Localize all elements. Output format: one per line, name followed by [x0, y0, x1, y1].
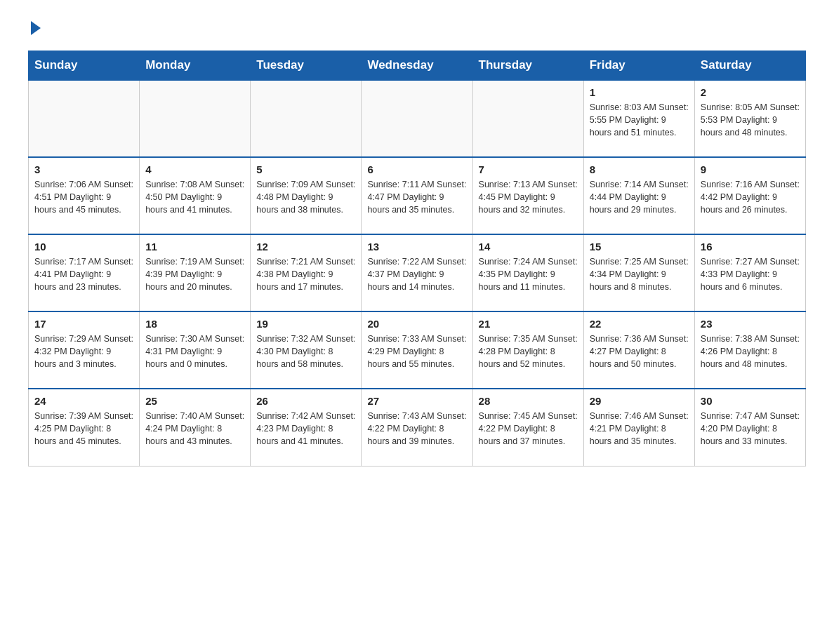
calendar-cell: 15Sunrise: 7:25 AM Sunset: 4:34 PM Dayli… — [583, 234, 694, 311]
day-number: 11 — [145, 241, 244, 253]
day-info: Sunrise: 7:29 AM Sunset: 4:32 PM Dayligh… — [34, 333, 133, 370]
day-number: 12 — [256, 241, 355, 253]
calendar-cell: 25Sunrise: 7:40 AM Sunset: 4:24 PM Dayli… — [140, 389, 251, 466]
day-number: 3 — [34, 163, 133, 175]
day-number: 24 — [34, 395, 133, 407]
logo-blue-row — [28, 21, 41, 36]
day-info: Sunrise: 7:43 AM Sunset: 4:22 PM Dayligh… — [367, 410, 466, 448]
day-of-week-saturday: Saturday — [694, 51, 805, 81]
calendar-week-3: 10Sunrise: 7:17 AM Sunset: 4:41 PM Dayli… — [29, 234, 806, 311]
day-of-week-wednesday: Wednesday — [362, 51, 472, 81]
day-number: 5 — [256, 163, 355, 175]
calendar-cell: 22Sunrise: 7:36 AM Sunset: 4:27 PM Dayli… — [583, 311, 694, 389]
day-number: 18 — [145, 318, 244, 330]
calendar-cell: 12Sunrise: 7:21 AM Sunset: 4:38 PM Dayli… — [251, 234, 362, 311]
day-info: Sunrise: 7:19 AM Sunset: 4:39 PM Dayligh… — [145, 255, 244, 293]
day-number: 4 — [145, 163, 244, 175]
calendar-cell: 28Sunrise: 7:45 AM Sunset: 4:22 PM Dayli… — [472, 389, 583, 466]
day-info: Sunrise: 7:33 AM Sunset: 4:29 PM Dayligh… — [367, 333, 466, 370]
calendar-table: SundayMondayTuesdayWednesdayThursdayFrid… — [28, 51, 806, 467]
day-of-week-sunday: Sunday — [29, 51, 140, 81]
day-info: Sunrise: 7:36 AM Sunset: 4:27 PM Dayligh… — [590, 333, 689, 370]
calendar-cell: 7Sunrise: 7:13 AM Sunset: 4:45 PM Daylig… — [472, 157, 583, 234]
day-number: 22 — [590, 318, 689, 330]
day-info: Sunrise: 7:22 AM Sunset: 4:37 PM Dayligh… — [367, 255, 466, 293]
day-number: 15 — [590, 241, 689, 253]
logo — [28, 21, 41, 36]
calendar-cell: 16Sunrise: 7:27 AM Sunset: 4:33 PM Dayli… — [694, 234, 805, 311]
day-of-week-tuesday: Tuesday — [251, 51, 362, 81]
day-info: Sunrise: 7:39 AM Sunset: 4:25 PM Dayligh… — [34, 410, 133, 448]
calendar-cell: 29Sunrise: 7:46 AM Sunset: 4:21 PM Dayli… — [583, 389, 694, 466]
calendar-cell: 3Sunrise: 7:06 AM Sunset: 4:51 PM Daylig… — [29, 157, 140, 234]
calendar-week-5: 24Sunrise: 7:39 AM Sunset: 4:25 PM Dayli… — [29, 389, 806, 466]
calendar-cell: 8Sunrise: 7:14 AM Sunset: 4:44 PM Daylig… — [583, 157, 694, 234]
day-info: Sunrise: 7:47 AM Sunset: 4:20 PM Dayligh… — [701, 410, 800, 448]
day-info: Sunrise: 7:45 AM Sunset: 4:22 PM Dayligh… — [479, 410, 578, 448]
day-info: Sunrise: 7:24 AM Sunset: 4:35 PM Dayligh… — [479, 255, 578, 293]
calendar-cell: 6Sunrise: 7:11 AM Sunset: 4:47 PM Daylig… — [362, 157, 472, 234]
day-info: Sunrise: 7:21 AM Sunset: 4:38 PM Dayligh… — [256, 255, 355, 293]
calendar-cell — [251, 80, 362, 157]
day-number: 29 — [590, 395, 689, 407]
day-number: 27 — [367, 395, 466, 407]
calendar-cell: 17Sunrise: 7:29 AM Sunset: 4:32 PM Dayli… — [29, 311, 140, 389]
day-number: 6 — [367, 163, 466, 175]
day-info: Sunrise: 7:35 AM Sunset: 4:28 PM Dayligh… — [479, 333, 578, 370]
calendar-cell: 2Sunrise: 8:05 AM Sunset: 5:53 PM Daylig… — [694, 80, 805, 157]
day-info: Sunrise: 7:16 AM Sunset: 4:42 PM Dayligh… — [701, 178, 800, 216]
calendar-cell: 19Sunrise: 7:32 AM Sunset: 4:30 PM Dayli… — [251, 311, 362, 389]
calendar-cell: 18Sunrise: 7:30 AM Sunset: 4:31 PM Dayli… — [140, 311, 251, 389]
calendar-cell: 23Sunrise: 7:38 AM Sunset: 4:26 PM Dayli… — [694, 311, 805, 389]
calendar-cell: 10Sunrise: 7:17 AM Sunset: 4:41 PM Dayli… — [29, 234, 140, 311]
calendar-week-1: 1Sunrise: 8:03 AM Sunset: 5:55 PM Daylig… — [29, 80, 806, 157]
calendar-cell — [29, 80, 140, 157]
day-info: Sunrise: 7:30 AM Sunset: 4:31 PM Dayligh… — [145, 333, 244, 370]
day-number: 25 — [145, 395, 244, 407]
calendar-cell — [140, 80, 251, 157]
calendar-cell: 13Sunrise: 7:22 AM Sunset: 4:37 PM Dayli… — [362, 234, 472, 311]
calendar-cell: 4Sunrise: 7:08 AM Sunset: 4:50 PM Daylig… — [140, 157, 251, 234]
day-info: Sunrise: 7:14 AM Sunset: 4:44 PM Dayligh… — [590, 178, 689, 216]
day-info: Sunrise: 7:42 AM Sunset: 4:23 PM Dayligh… — [256, 410, 355, 448]
day-of-week-monday: Monday — [140, 51, 251, 81]
day-of-week-friday: Friday — [583, 51, 694, 81]
day-info: Sunrise: 7:32 AM Sunset: 4:30 PM Dayligh… — [256, 333, 355, 370]
day-number: 2 — [701, 86, 800, 98]
page-header — [28, 21, 806, 36]
day-info: Sunrise: 7:17 AM Sunset: 4:41 PM Dayligh… — [34, 255, 133, 293]
calendar-week-4: 17Sunrise: 7:29 AM Sunset: 4:32 PM Dayli… — [29, 311, 806, 389]
day-info: Sunrise: 7:11 AM Sunset: 4:47 PM Dayligh… — [367, 178, 466, 216]
day-info: Sunrise: 7:13 AM Sunset: 4:45 PM Dayligh… — [479, 178, 578, 216]
day-number: 8 — [590, 163, 689, 175]
day-info: Sunrise: 7:08 AM Sunset: 4:50 PM Dayligh… — [145, 178, 244, 216]
day-number: 7 — [479, 163, 578, 175]
days-of-week-row: SundayMondayTuesdayWednesdayThursdayFrid… — [29, 51, 806, 81]
calendar-week-2: 3Sunrise: 7:06 AM Sunset: 4:51 PM Daylig… — [29, 157, 806, 234]
calendar-cell: 11Sunrise: 7:19 AM Sunset: 4:39 PM Dayli… — [140, 234, 251, 311]
calendar-cell — [362, 80, 472, 157]
day-number: 1 — [590, 86, 689, 98]
calendar-cell: 24Sunrise: 7:39 AM Sunset: 4:25 PM Dayli… — [29, 389, 140, 466]
calendar-cell: 21Sunrise: 7:35 AM Sunset: 4:28 PM Dayli… — [472, 311, 583, 389]
day-number: 14 — [479, 241, 578, 253]
day-info: Sunrise: 7:06 AM Sunset: 4:51 PM Dayligh… — [34, 178, 133, 216]
day-number: 26 — [256, 395, 355, 407]
logo-triangle-icon — [31, 21, 41, 35]
calendar-cell: 30Sunrise: 7:47 AM Sunset: 4:20 PM Dayli… — [694, 389, 805, 466]
calendar-cell: 27Sunrise: 7:43 AM Sunset: 4:22 PM Dayli… — [362, 389, 472, 466]
day-number: 21 — [479, 318, 578, 330]
day-info: Sunrise: 7:40 AM Sunset: 4:24 PM Dayligh… — [145, 410, 244, 448]
calendar-cell — [472, 80, 583, 157]
day-number: 19 — [256, 318, 355, 330]
calendar-cell: 1Sunrise: 8:03 AM Sunset: 5:55 PM Daylig… — [583, 80, 694, 157]
calendar-cell: 20Sunrise: 7:33 AM Sunset: 4:29 PM Dayli… — [362, 311, 472, 389]
calendar-cell: 14Sunrise: 7:24 AM Sunset: 4:35 PM Dayli… — [472, 234, 583, 311]
day-number: 28 — [479, 395, 578, 407]
day-number: 16 — [701, 241, 800, 253]
day-info: Sunrise: 8:05 AM Sunset: 5:53 PM Dayligh… — [701, 101, 800, 139]
day-number: 17 — [34, 318, 133, 330]
calendar-cell: 5Sunrise: 7:09 AM Sunset: 4:48 PM Daylig… — [251, 157, 362, 234]
calendar-cell: 26Sunrise: 7:42 AM Sunset: 4:23 PM Dayli… — [251, 389, 362, 466]
day-number: 13 — [367, 241, 466, 253]
